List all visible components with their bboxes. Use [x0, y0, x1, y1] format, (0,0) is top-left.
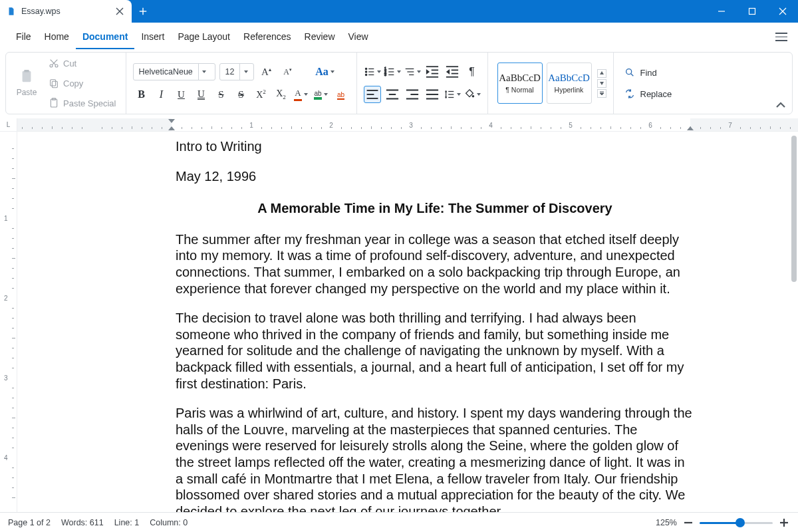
doc-paragraph-2[interactable]: The decision to travel alone was both th… — [176, 310, 694, 392]
copy-button[interactable]: Copy — [46, 74, 119, 92]
line-spacing-button[interactable] — [444, 86, 461, 103]
font-size-combo[interactable]: 12 — [219, 63, 254, 80]
app-menu-button[interactable] — [774, 30, 789, 45]
svg-marker-35 — [426, 69, 429, 74]
ribbon-group-paragraph: 123 ¶ — [357, 53, 488, 114]
menu-page-layout[interactable]: Page Layout — [171, 25, 237, 49]
horizontal-ruler[interactable]: L 1234567 — [0, 118, 798, 132]
menu-document[interactable]: Document — [76, 25, 134, 49]
zoom-out-button[interactable] — [682, 517, 694, 529]
svg-rect-5 — [749, 9, 755, 15]
replace-button[interactable]: Replace — [620, 84, 676, 104]
vertical-scrollbar[interactable] — [791, 133, 797, 511]
document-area[interactable]: Intro to Writing May 12, 1996 A Memorabl… — [17, 132, 798, 512]
find-label: Find — [640, 68, 657, 78]
vertical-ruler[interactable]: 1234 — [0, 132, 17, 512]
multilevel-list-button[interactable] — [404, 63, 421, 80]
underline-button[interactable]: U — [173, 86, 190, 103]
find-button[interactable]: Find — [620, 63, 676, 82]
svg-line-65 — [630, 74, 633, 76]
italic-button[interactable]: I — [153, 86, 170, 103]
svg-point-59 — [471, 95, 474, 98]
collapse-ribbon-button[interactable] — [775, 99, 787, 111]
numbered-list-button[interactable]: 123 — [384, 63, 401, 80]
tab-title: Essay.wps — [21, 7, 109, 16]
show-paragraph-marks-button[interactable]: ¶ — [464, 63, 481, 80]
superscript-button[interactable]: X2 — [253, 86, 270, 103]
doc-title[interactable]: A Memorable Time in My Life: The Summer … — [176, 200, 694, 217]
align-center-button[interactable] — [384, 86, 401, 103]
cut-button[interactable]: Cut — [46, 55, 119, 72]
svg-point-20 — [365, 74, 366, 75]
document-icon — [7, 7, 16, 16]
svg-point-16 — [365, 68, 366, 69]
doc-date-line[interactable]: May 12, 1996 — [176, 168, 694, 185]
change-case-button[interactable]: Aa — [317, 63, 334, 80]
align-right-button[interactable] — [404, 86, 421, 103]
doc-paragraph-1[interactable]: The summer after my freshman year in col… — [176, 231, 694, 297]
svg-rect-9 — [24, 70, 29, 72]
paste-button[interactable]: Paste — [13, 57, 41, 110]
maximize-button[interactable] — [737, 0, 767, 23]
strikethrough-button[interactable]: S — [213, 86, 230, 103]
bold-button[interactable]: B — [133, 86, 150, 103]
menu-insert[interactable]: Insert — [134, 25, 171, 49]
font-size-value: 12 — [220, 67, 240, 76]
statusbar: Page 1 of 2 Words: 611 Line: 1 Column: 0… — [0, 512, 798, 532]
svg-rect-12 — [51, 80, 56, 86]
menubar: FileHomeDocumentInsertPage LayoutReferen… — [0, 23, 798, 52]
font-family-combo[interactable]: HelveticaNeue — [133, 63, 215, 80]
ribbon: Paste Cut Copy Paste Special HelveticaNe… — [5, 52, 793, 114]
chevron-down-icon — [198, 64, 210, 80]
styles-scroll-up-button[interactable] — [597, 69, 606, 78]
style-hyperlink-label: Hyperlink — [555, 86, 584, 94]
clear-formatting-button[interactable]: ab — [332, 86, 350, 103]
style-normal[interactable]: AaBbCcD ¶ Normal — [497, 63, 543, 104]
ribbon-group-editing: Find Replace — [614, 53, 683, 114]
scrollbar-thumb[interactable] — [791, 136, 797, 282]
shading-button[interactable] — [464, 86, 481, 103]
styles-expand-button[interactable] — [597, 89, 606, 98]
ribbon-group-clipboard: Paste Cut Copy Paste Special — [6, 53, 126, 114]
status-words[interactable]: Words: 611 — [61, 518, 104, 527]
decrease-indent-button[interactable] — [424, 63, 441, 80]
minimize-button[interactable] — [706, 0, 737, 23]
document-tab[interactable]: Essay.wps — [0, 0, 132, 23]
increase-font-button[interactable]: A▴ — [258, 63, 275, 80]
tab-close-button[interactable] — [114, 6, 125, 17]
doc-course-line[interactable]: Intro to Writing — [176, 138, 694, 155]
increase-indent-button[interactable] — [444, 63, 461, 80]
align-left-button[interactable] — [364, 86, 381, 103]
copy-label: Copy — [63, 78, 83, 88]
zoom-in-button[interactable] — [778, 517, 790, 529]
decrease-font-button[interactable]: A▾ — [279, 63, 297, 80]
svg-marker-60 — [600, 71, 604, 74]
menu-view[interactable]: View — [342, 25, 375, 49]
zoom-percent[interactable]: 125% — [656, 518, 677, 527]
new-tab-button[interactable] — [132, 0, 154, 23]
double-underline-button[interactable]: U — [193, 86, 210, 103]
status-page[interactable]: Page 1 of 2 — [8, 518, 51, 527]
bulleted-list-button[interactable] — [364, 63, 381, 80]
zoom-slider[interactable] — [700, 517, 773, 529]
close-window-button[interactable] — [767, 0, 798, 23]
paste-label: Paste — [17, 88, 37, 97]
svg-point-18 — [365, 71, 366, 72]
subscript-button[interactable]: X2 — [273, 86, 290, 103]
font-color-button[interactable]: A — [293, 86, 310, 103]
menu-references[interactable]: References — [237, 25, 298, 49]
style-hyperlink[interactable]: AaBbCcD Hyperlink — [547, 63, 592, 104]
double-strikethrough-button[interactable]: S — [233, 86, 250, 103]
align-justify-button[interactable] — [424, 86, 441, 103]
menu-home[interactable]: Home — [38, 25, 76, 49]
paste-special-button[interactable]: Paste Special — [46, 94, 119, 112]
menu-review[interactable]: Review — [298, 25, 342, 49]
style-normal-label: ¶ Normal — [505, 86, 533, 94]
svg-marker-57 — [444, 90, 447, 92]
highlight-color-button[interactable]: ab — [313, 86, 330, 103]
doc-paragraph-3[interactable]: Paris was a whirlwind of art, culture, a… — [176, 405, 694, 512]
menu-file[interactable]: File — [9, 25, 38, 49]
titlebar: Essay.wps — [0, 0, 798, 23]
svg-rect-8 — [23, 71, 31, 82]
styles-scroll-down-button[interactable] — [597, 79, 606, 88]
